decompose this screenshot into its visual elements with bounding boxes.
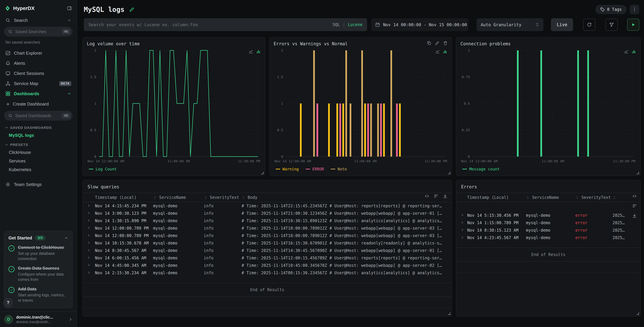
sidebar-item-chart-explorer[interactable]: Chart Explorer [0, 48, 77, 58]
expand-row-icon[interactable] [87, 256, 90, 259]
chevron-up-icon[interactable] [64, 236, 68, 240]
expand-row-icon[interactable] [87, 234, 90, 237]
table-row[interactable]: Nov 14 1:15:00.789 PM mysql-demo error 2… [456, 219, 640, 227]
run-query-button[interactable] [627, 19, 639, 31]
line-chart-icon[interactable] [624, 49, 628, 54]
resize-handle[interactable] [636, 172, 639, 174]
row-options-icon[interactable] [632, 204, 637, 208]
section-saved-dashboards[interactable]: Saved Dashboards [0, 123, 77, 131]
line-chart-icon[interactable] [435, 49, 440, 54]
brand[interactable]: HyperDX [5, 6, 35, 11]
duplicate-chart-icon[interactable] [427, 41, 431, 45]
granularity-select[interactable]: Auto Granularity [476, 18, 544, 31]
sidebar-item-alerts[interactable]: Alerts [0, 58, 77, 68]
sidebar-item-mysql-logs[interactable]: MySQL logs [0, 131, 77, 140]
date-range-picker[interactable]: Nov 14 00:00:00 - Nov 15 00:00:00 [371, 18, 468, 31]
table-row[interactable]: Nov 14 4:23:45.567 AM mysql-demo error 2… [456, 234, 640, 241]
table-row[interactable]: Nov 14 3:00:30.123 PM mysql-demo info # … [83, 210, 452, 217]
table-row[interactable]: Nov 14 4:15:45.234 PM mysql-demo info # … [83, 202, 452, 210]
get-started-step[interactable]: Create Data Sources Configure where your… [8, 266, 68, 282]
view-source-icon[interactable] [632, 194, 637, 198]
errors-warnings-chart[interactable]: 00.511.52Nov 14 12:00:00 AM11:00:00 AM11… [274, 48, 448, 165]
column-header[interactable]: ServiceName [151, 193, 202, 202]
bar-chart-icon[interactable] [256, 49, 260, 54]
table-row[interactable]: Nov 14 12:00:00.789 PM mysql-demo info #… [83, 232, 452, 239]
download-icon[interactable] [632, 213, 637, 218]
sidebar-item-kubernetes[interactable]: Kubernetes [0, 165, 77, 174]
bar-chart-icon[interactable] [632, 49, 636, 54]
expand-row-icon[interactable] [87, 248, 90, 252]
expand-row-icon[interactable] [461, 228, 464, 232]
refresh-button[interactable] [583, 19, 595, 31]
table-row[interactable]: Nov 14 10:15:30.678 AM mysql-demo info #… [83, 239, 452, 247]
table-row[interactable]: Nov 14 6:00:15.456 AM mysql-demo info # … [83, 254, 452, 262]
saved-dashboards-input[interactable]: Saved Dashboards ⌘K [4, 111, 73, 121]
legend-item[interactable]: Warning [276, 167, 299, 171]
legend-item[interactable]: Note [331, 167, 347, 171]
column-header[interactable]: Timestamp (Local) [93, 193, 151, 202]
expand-row-icon[interactable] [87, 211, 90, 215]
legend-item[interactable]: Message count [462, 167, 500, 171]
expand-row-icon[interactable] [87, 241, 90, 244]
table-row[interactable]: Nov 14 5:15:30.456 PM mysql-demo error 2… [456, 202, 640, 219]
sidebar-item-team-settings[interactable]: Team Settings [0, 179, 77, 190]
expand-row-icon[interactable] [87, 263, 90, 267]
live-button[interactable]: Live [551, 18, 573, 31]
column-header[interactable]: Body [240, 193, 452, 202]
connection-problems-chart[interactable]: 00.250.50.751Nov 14 12:00:00 AM11:00:00 … [460, 48, 636, 165]
table-row[interactable]: Nov 14 4:45:00.345 AM mysql-demo info # … [83, 262, 452, 269]
expand-row-icon[interactable] [461, 213, 464, 217]
sidebar-item-search[interactable]: Search [0, 15, 77, 25]
expand-row-icon[interactable] [461, 221, 464, 224]
column-drag-handle-icon[interactable] [575, 196, 579, 199]
row-options-icon[interactable] [434, 194, 438, 198]
view-source-icon[interactable] [424, 194, 429, 198]
table-row[interactable]: Nov 14 12:00:00.789 PM mysql-demo info #… [83, 224, 452, 232]
column-header[interactable]: SeverityText [573, 193, 610, 202]
expand-row-icon[interactable] [87, 219, 90, 222]
column-drag-handle-icon[interactable] [242, 196, 245, 199]
column-drag-handle-icon[interactable] [612, 196, 616, 199]
resize-handle[interactable] [261, 172, 264, 174]
resize-handle[interactable] [636, 312, 639, 315]
bar-chart-icon[interactable] [443, 49, 447, 54]
table-row[interactable]: Nov 14 8:30:45.567 AM mysql-demo info # … [83, 247, 452, 254]
sidebar-item-service-map[interactable]: Service Map BETA [0, 79, 77, 89]
download-icon[interactable] [443, 194, 448, 198]
table-row[interactable]: Nov 14 8:30:15.123 AM mysql-demo error 2… [456, 227, 640, 234]
section-presets[interactable]: Presets [0, 140, 77, 148]
filters-button[interactable] [606, 19, 618, 31]
get-started-step[interactable]: Add Data Start sending logs, metrics, or… [8, 286, 68, 303]
create-dashboard-button[interactable]: Create Dashboard [0, 99, 77, 109]
saved-searches-input[interactable]: Saved Searches ⌘K [4, 27, 73, 37]
tags-button[interactable]: 0 Tags [596, 5, 626, 14]
user-menu[interactable]: D dominic.tran@clic... dominic.tran@clic… [0, 311, 77, 327]
resize-handle[interactable] [448, 312, 450, 315]
delete-chart-icon[interactable] [443, 41, 448, 45]
get-started-step[interactable]: Connect to ClickHouse Set up your databa… [8, 245, 68, 261]
column-header[interactable]: Timestamp (Local) [465, 193, 524, 202]
column-drag-handle-icon[interactable] [526, 196, 530, 199]
edit-title-icon[interactable] [129, 7, 134, 12]
table-row[interactable]: Nov 14 1:30:15.890 PM mysql-demo info # … [83, 217, 452, 224]
expand-row-icon[interactable] [87, 226, 90, 230]
collapse-sidebar-icon[interactable] [67, 6, 72, 11]
legend-item[interactable]: Log Count [89, 167, 117, 171]
expand-row-icon[interactable] [461, 236, 464, 239]
help-button[interactable]: ? [4, 298, 13, 307]
chevron-up-icon[interactable] [67, 92, 71, 96]
sidebar-item-clickhouse[interactable]: ClickHouse [0, 148, 77, 157]
sidebar-item-dashboards[interactable]: Dashboards [0, 89, 77, 99]
log-volume-chart[interactable]: 00.511.52Nov 14 12:00:00 AM11:00:00 AM11… [87, 48, 261, 165]
line-chart-icon[interactable] [249, 49, 253, 54]
chevron-up-icon[interactable] [67, 18, 71, 22]
table-row[interactable]: Nov 14 2:15:30.234 AM mysql-demo info # … [83, 269, 452, 277]
get-started-header[interactable]: Get Started 3/3 [8, 235, 68, 241]
edit-chart-icon[interactable] [435, 41, 440, 45]
expand-row-icon[interactable] [87, 271, 90, 274]
event-search-input[interactable]: Search your events w/ Lucene ex. column:… [84, 18, 367, 31]
column-drag-handle-icon[interactable] [204, 196, 208, 199]
expand-row-icon[interactable] [87, 204, 90, 207]
resize-handle[interactable] [448, 172, 450, 174]
sidebar-item-client-sessions[interactable]: Client Sessions [0, 68, 77, 79]
